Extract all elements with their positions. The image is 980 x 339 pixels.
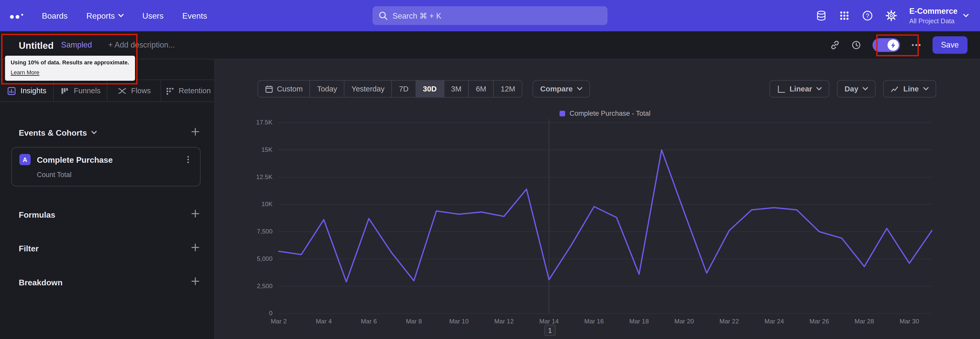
events-cohorts-header[interactable]: Events & Cohorts <box>19 128 97 138</box>
section-label: Formulas <box>19 210 55 219</box>
kebab-icon <box>184 155 192 164</box>
database-icon <box>816 10 827 21</box>
event-options-button[interactable] <box>184 155 192 164</box>
chevron-down-icon <box>91 131 97 134</box>
gear-icon <box>886 10 897 21</box>
svg-text:2,500: 2,500 <box>257 283 272 289</box>
svg-text:5,000: 5,000 <box>257 255 272 262</box>
add-filter-button[interactable] <box>191 243 199 254</box>
tab-funnels[interactable]: Funnels <box>54 80 108 101</box>
main-menu: Boards Reports Users Events <box>42 11 207 21</box>
logo-dot <box>10 15 14 19</box>
report-title-bar: Untitled Sampled + Add description... Sa… <box>0 31 980 59</box>
plus-icon <box>191 209 199 217</box>
nav-boards[interactable]: Boards <box>42 11 68 21</box>
mixpanel-logo[interactable] <box>10 13 23 19</box>
data-management-button[interactable] <box>816 10 827 21</box>
retention-icon <box>165 86 174 96</box>
link-icon <box>830 40 840 50</box>
add-formula-button[interactable] <box>191 209 199 220</box>
nav-label: Users <box>142 11 164 21</box>
toggle-knob <box>887 39 898 51</box>
tab-label: Retention <box>179 86 211 95</box>
nav-reports[interactable]: Reports <box>86 11 124 21</box>
svg-text:10K: 10K <box>261 200 272 208</box>
search-placeholder: Search ⌘ + K <box>393 11 441 21</box>
settings-button[interactable] <box>886 10 897 21</box>
plus-icon <box>191 277 199 285</box>
svg-text:17.5K: 17.5K <box>256 119 273 126</box>
more-options-button[interactable] <box>911 40 921 50</box>
tab-insights[interactable]: Insights <box>0 80 54 101</box>
svg-text:Mar 4: Mar 4 <box>316 318 332 325</box>
svg-text:Mar 12: Mar 12 <box>494 318 514 325</box>
search-input[interactable]: Search ⌘ + K <box>372 6 608 25</box>
event-letter-badge: A <box>19 154 30 165</box>
svg-text:12.5K: 12.5K <box>256 173 273 181</box>
event-card-complete-purchase[interactable]: A Complete Purchase Count Total <box>11 147 200 187</box>
tab-label: Insights <box>21 86 46 95</box>
apps-grid-button[interactable] <box>839 11 850 21</box>
line-chart[interactable]: 02,5005,0007,50010K12.5K15K17.5KMar 2Mar… <box>215 59 980 339</box>
svg-text:7,500: 7,500 <box>257 228 272 235</box>
tooltip-message: Using 10% of data. Results are approxima… <box>11 59 129 66</box>
nav-users[interactable]: Users <box>142 11 164 21</box>
ellipsis-icon <box>911 40 921 50</box>
report-title[interactable]: Untitled <box>19 40 54 51</box>
section-label: Events & Cohorts <box>19 128 87 138</box>
nav-events[interactable]: Events <box>182 11 207 21</box>
nav-label: Events <box>182 11 207 21</box>
section-label: Filter <box>19 244 38 253</box>
svg-text:Mar 28: Mar 28 <box>855 318 874 325</box>
sampled-badge[interactable]: Sampled <box>61 41 92 49</box>
event-metric[interactable]: Count Total <box>37 171 192 178</box>
clock-icon <box>851 40 861 50</box>
save-button[interactable]: Save <box>932 36 967 54</box>
insights-icon <box>6 86 16 96</box>
svg-text:Mar 2: Mar 2 <box>271 318 287 325</box>
section-label: Breakdown <box>19 277 62 287</box>
breakdown-header: Breakdown <box>19 277 62 287</box>
add-description-field[interactable]: + Add description... <box>108 41 175 49</box>
nav-label: Reports <box>86 11 115 21</box>
svg-text:0: 0 <box>269 310 272 317</box>
svg-text:Mar 14: Mar 14 <box>539 318 558 325</box>
project-name: E-Commerce <box>909 7 958 17</box>
help-icon: ? <box>862 10 873 21</box>
tab-flows[interactable]: Flows <box>107 80 161 101</box>
pagination-page-1[interactable]: 1 <box>544 325 555 336</box>
share-link-button[interactable] <box>830 40 840 50</box>
filter-header: Filter <box>19 244 38 253</box>
alert-button[interactable] <box>851 40 861 50</box>
lightning-bolt-icon <box>891 42 896 48</box>
help-button[interactable]: ? <box>862 10 873 21</box>
report-type-tabs: Insights Funnels Flows Retention <box>0 80 215 102</box>
learn-more-link[interactable]: Learn More <box>11 69 40 76</box>
chart-canvas: Custom Today Yesterday 7D 30D 3M 6M 12M … <box>215 59 980 339</box>
svg-text:Mar 16: Mar 16 <box>584 318 604 325</box>
svg-text:Mar 6: Mar 6 <box>361 318 377 325</box>
query-sidebar: Insights Funnels Flows Retention Events … <box>0 59 215 339</box>
add-event-button[interactable] <box>191 127 199 138</box>
tab-retention[interactable]: Retention <box>161 80 215 101</box>
svg-text:Mar 22: Mar 22 <box>719 318 739 325</box>
logo-dot <box>16 15 19 19</box>
add-breakdown-button[interactable] <box>191 277 199 288</box>
project-selector[interactable]: E-Commerce All Project Data <box>909 7 969 24</box>
svg-text:Mar 30: Mar 30 <box>900 318 919 325</box>
top-nav: Boards Reports Users Events Search ⌘ + K <box>0 0 980 31</box>
chevron-down-icon <box>963 14 969 18</box>
svg-text:Mar 8: Mar 8 <box>406 318 422 325</box>
event-name: Complete Purchase <box>37 155 113 164</box>
sampling-toggle[interactable] <box>872 38 900 52</box>
sampling-tooltip: Using 10% of data. Results are approxima… <box>5 56 135 81</box>
logo-dot <box>21 14 23 16</box>
search-icon <box>379 11 387 20</box>
svg-text:Mar 10: Mar 10 <box>449 318 469 325</box>
tab-label: Funnels <box>74 86 100 95</box>
nav-label: Boards <box>42 11 68 21</box>
svg-text:Mar 24: Mar 24 <box>765 318 784 325</box>
mixpanel-app: Boards Reports Users Events Search ⌘ + K <box>0 0 980 339</box>
funnels-icon <box>60 86 69 96</box>
formulas-header: Formulas <box>19 210 55 219</box>
